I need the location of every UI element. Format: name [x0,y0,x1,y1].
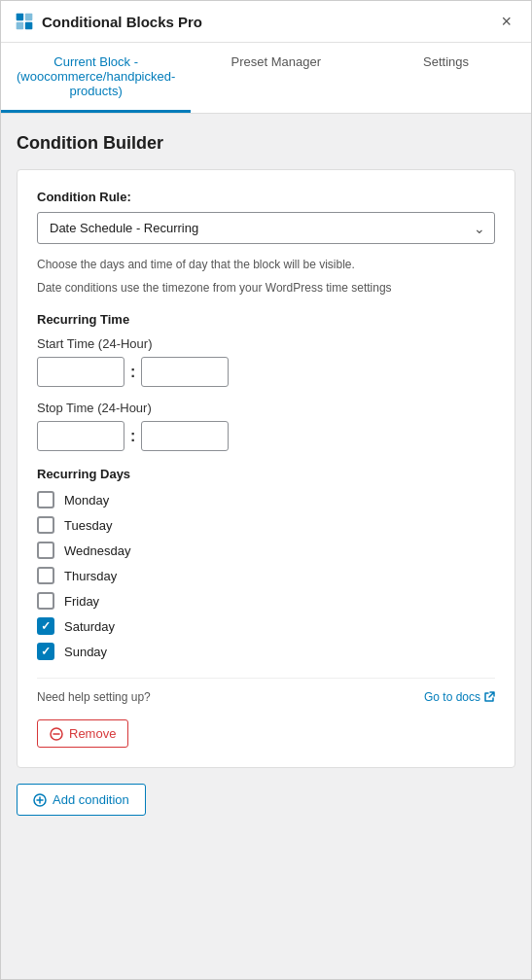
checkbox-wednesday[interactable] [37,542,54,559]
start-time-label: Start Time (24-Hour) [37,336,495,351]
stop-minute-input[interactable]: 00 [141,421,229,451]
svg-rect-0 [17,14,24,21]
docs-link-text: Go to docs [424,690,480,704]
tab-preset-manager[interactable]: Preset Manager [191,43,361,113]
checkbox-sunday[interactable] [37,643,54,660]
tab-settings[interactable]: Settings [361,43,531,113]
help-text-visibility: Choose the days and time of day that the… [37,256,495,273]
stop-time-label: Stop Time (24-Hour) [37,401,495,415]
remove-button[interactable]: Remove [37,719,128,748]
stop-hour-input[interactable]: 20 [37,421,124,451]
title-bar-left: Conditional Blocks Pro [15,12,202,31]
start-time-row: 8 : 00 [37,357,495,387]
start-time-group: Start Time (24-Hour) 8 : 00 [37,336,495,387]
day-item-sunday: Sunday [37,643,495,660]
remove-label: Remove [69,726,116,741]
day-label-friday: Friday [64,594,99,609]
start-hour-input[interactable]: 8 [37,357,124,387]
help-setup-text: Need help setting up? [37,690,151,704]
day-label-tuesday: Tuesday [64,518,112,533]
plus-circle-icon [33,793,47,807]
docs-link[interactable]: Go to docs [424,690,495,704]
day-item-wednesday: Wednesday [37,542,495,559]
svg-rect-3 [25,22,33,30]
day-item-saturday: Saturday [37,617,495,635]
help-text-timezone: Date conditions use the timezone from yo… [37,279,495,297]
svg-rect-2 [17,22,24,30]
day-label-thursday: Thursday [64,569,117,583]
checkbox-friday[interactable] [37,592,54,610]
condition-card: Condition Rule: Date Schedule - Recurrin… [17,169,515,768]
title-bar: Conditional Blocks Pro × [1,1,531,43]
start-minute-input[interactable]: 00 [141,357,229,387]
time-colon-stop: : [130,428,135,445]
day-item-thursday: Thursday [37,567,495,584]
add-condition-button[interactable]: Add condition [17,784,146,816]
recurring-days-title: Recurring Days [37,467,495,481]
time-colon-start: : [130,364,135,381]
days-section: Monday Tuesday Wednesday Thursday [37,491,495,660]
checkbox-monday[interactable] [37,491,54,508]
day-item-monday: Monday [37,491,495,508]
tab-current-block[interactable]: Current Block - (woocommerce/handpicked-… [1,43,191,113]
app-icon [15,12,34,31]
close-button[interactable]: × [495,11,517,32]
add-condition-label: Add condition [53,792,129,807]
svg-rect-1 [25,14,33,21]
tabs-container: Current Block - (woocommerce/handpicked-… [1,43,531,114]
day-label-monday: Monday [64,493,109,508]
app-title: Conditional Blocks Pro [42,14,202,30]
recurring-time-title: Recurring Time [37,312,495,327]
checkbox-thursday[interactable] [37,567,54,584]
page-title: Condition Builder [17,133,515,154]
external-link-icon [483,691,495,703]
day-label-saturday: Saturday [64,619,115,634]
condition-rule-label: Condition Rule: [37,190,495,204]
rule-select-wrapper: Date Schedule - Recurring ⌄ [37,212,495,244]
checkbox-saturday[interactable] [37,617,54,635]
day-item-friday: Friday [37,592,495,610]
help-row: Need help setting up? Go to docs [37,678,495,704]
day-label-wednesday: Wednesday [64,543,130,558]
day-item-tuesday: Tuesday [37,516,495,534]
day-label-sunday: Sunday [64,645,107,659]
checkbox-tuesday[interactable] [37,516,54,534]
stop-time-group: Stop Time (24-Hour) 20 : 00 [37,401,495,451]
main-content: Condition Builder Condition Rule: Date S… [1,114,531,979]
remove-circle-icon [50,727,63,741]
condition-rule-select[interactable]: Date Schedule - Recurring [37,212,495,244]
stop-time-row: 20 : 00 [37,421,495,451]
